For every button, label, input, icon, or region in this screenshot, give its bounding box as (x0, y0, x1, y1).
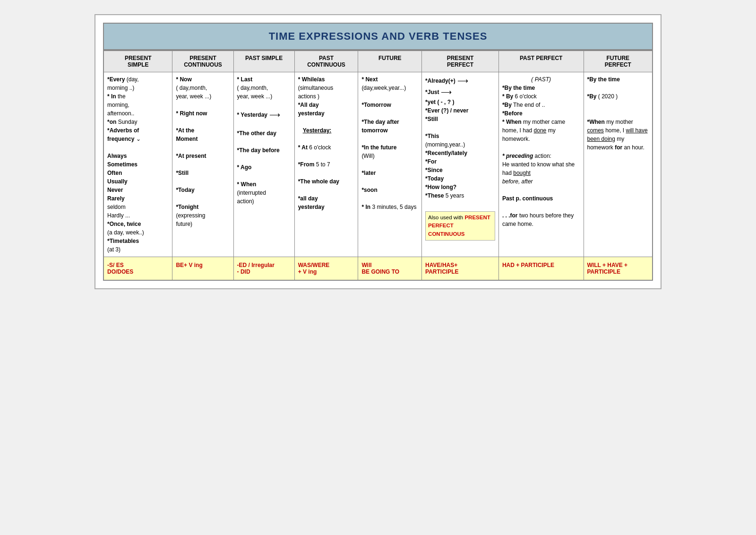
pastperf-p-continuous: Past p. continuous (502, 194, 580, 203)
ps-every: *Every (107, 76, 125, 83)
pp-also-used-box: Also used with PRESENTPERFECTCONTINUOUS (425, 211, 495, 241)
cell-present-simple: *Every (day,morning ..) * In themorning,… (103, 72, 172, 257)
pp-ever: *Ever (?) / never (425, 106, 495, 115)
th-future: FUTURE (358, 51, 422, 72)
ps-timetables: *Timetables(at 3) (107, 237, 169, 254)
pp-just: *Just (425, 88, 439, 96)
cell-future-perfect: *By the time *By ( 2020 ) *When my mothe… (584, 72, 653, 257)
f-later: *later (361, 169, 418, 177)
th-past-simple: PAST SIMPLE (233, 51, 294, 72)
footer-f: WillBE GOING TO (358, 257, 422, 281)
cell-past-simple: * Last( day,month,year, week ...) * Yest… (233, 72, 294, 257)
fp-by-time: *By the time (587, 76, 620, 83)
footer-ps: -S/ ESDO/DOES (103, 257, 172, 281)
pc-today: *Today (176, 186, 230, 194)
psi-ago: * Ago (237, 163, 291, 172)
th-past-perfect: PAST PERFECT (498, 51, 584, 72)
ps-adverbs: *Adverbs offrequency (107, 127, 139, 142)
ps-often: Often (107, 169, 169, 177)
pastperf-past-label: ( PAST) (502, 75, 580, 84)
th-past-continuous: PASTCONTINUOUS (294, 51, 358, 72)
cell-future: * Next(day,week,year...) *Tomorrow *The … (358, 72, 422, 257)
pp-recently: *Recently/lately (425, 149, 495, 157)
f-in-future: *In the future(Will) (361, 143, 418, 160)
psi-yesterday: * Yesterday (237, 111, 268, 119)
pp-how-long: *How long? (425, 183, 495, 191)
pco-yesterday-label: Yesterday: (298, 126, 355, 135)
header-row: PRESENTSIMPLE PRESENTCONTINUOUS PAST SIM… (103, 51, 653, 72)
pco-allday2: *all dayyesterday (298, 194, 355, 211)
pc-at-present: *At present (176, 152, 230, 160)
content-row: *Every (day,morning ..) * In themorning,… (103, 72, 653, 257)
pastperf-before: *Before (502, 109, 580, 118)
arrow-just: ⟶ (441, 86, 452, 98)
footer-pco: WAS/WERE+ V ing (294, 257, 358, 281)
pc-at-moment: *At theMoment (176, 127, 198, 142)
main-table: PRESENTSIMPLE PRESENTCONTINUOUS PAST SIM… (103, 50, 653, 281)
cell-past-continuous: * While/as(simultaneousactions ) *All da… (294, 72, 358, 257)
cell-present-perfect: *Already(+) ⟶ *Just ⟶ *yet ( - , ? ) *Ev… (422, 72, 499, 257)
ps-sometimes: Sometimes (107, 160, 169, 169)
ps-seldom: seldom (107, 203, 169, 211)
pco-whole-day: *The whole day (298, 177, 355, 186)
ps-hardly: Hardly ... (107, 211, 169, 220)
fp-when: *When (587, 119, 605, 125)
psi-last: * Last (237, 76, 253, 83)
pp-still: *Still (425, 115, 495, 123)
ps-once: *Once, twice(a day, week..) (107, 220, 169, 237)
pc-now: * Now (176, 76, 191, 83)
pastperf-when: * When my mother came home, I had done m… (502, 118, 580, 143)
pp-yet: *yet ( - , ? ) (425, 98, 495, 106)
footer-row: -S/ ESDO/DOES BE+ V ing -ED / Irregular-… (103, 257, 653, 281)
pc-right-now: * Right now (176, 110, 207, 117)
cell-past-perfect: ( PAST) *By the time * By 6 o'clock *By … (498, 72, 584, 257)
pc-still: *Still (176, 169, 230, 177)
footer-pastperf: HAD + PARTICIPLE (498, 257, 584, 281)
f-day-after: *The day aftertomorrow (361, 118, 418, 135)
pp-this: *This(morning,year..) (425, 132, 495, 149)
page-title: TIME EXPRESSIONS AND VERB TENSES (109, 30, 647, 43)
f-next: * Next (361, 76, 378, 83)
pp-also-text: Also used with (428, 215, 464, 220)
pastperf-preceding: * preceding (502, 153, 533, 159)
th-present-perfect: PRESENTPERFECT (422, 51, 499, 72)
footer-fp: WILL + HAVE +PARTICIPLE (584, 257, 653, 281)
f-soon: *soon (361, 186, 418, 194)
ps-in: * In (107, 93, 116, 100)
pastperf-by6: * By 6 o'clock (502, 92, 580, 101)
psi-other-day: *The other day (237, 129, 291, 138)
pastperf-by-end: *By The end of .. (502, 101, 580, 109)
title-bar: TIME EXPRESSIONS AND VERB TENSES (103, 23, 653, 50)
f-tomorrow: *Tomorrow (361, 101, 418, 109)
pco-at6: * At 6 o'clock (298, 143, 355, 152)
cell-present-continuous: * Now( day,month,year, week ...) * Right… (172, 72, 233, 257)
pp-already: *Already(+) (425, 77, 455, 85)
pp-these-5: *These 5 years (425, 191, 495, 200)
pp-today: *Today (425, 174, 495, 183)
ps-never: Never (107, 186, 169, 194)
ps-usually: Usually (107, 177, 169, 186)
th-future-perfect: FUTUREPERFECT (584, 51, 653, 72)
page-wrapper: TIME EXPRESSIONS AND VERB TENSES PRESENT… (94, 14, 662, 289)
footer-pc: BE+ V ing (172, 257, 233, 281)
pco-allday: *All dayyesterday (298, 101, 355, 118)
footer-psi: -ED / Irregular- DID (233, 257, 294, 281)
psi-when: * When(interruptedaction) (237, 180, 291, 206)
f-in3min: * In 3 minutes, 5 days (361, 203, 418, 211)
pastperf-for-two: . . .for two hours before they came home… (502, 211, 580, 228)
psi-day-before: *The day before (237, 146, 291, 155)
pco-from5: *From 5 to 7 (298, 160, 355, 169)
pp-for: *For (425, 157, 495, 166)
th-present-continuous: PRESENTCONTINUOUS (172, 51, 233, 72)
pastperf-by-time: *By the time (502, 85, 535, 91)
ps-always: Always (107, 152, 169, 160)
arrow-already: ⟶ (457, 75, 468, 86)
pc-tonight: *Tonight(expressingfuture) (176, 203, 230, 228)
fp-by2020: *By ( 2020 ) (587, 92, 649, 101)
ps-on-sunday: *on (107, 119, 116, 125)
ps-rarely: Rarely (107, 194, 169, 203)
arrow-yesterday: ⟶ (269, 109, 280, 121)
pp-since: *Since (425, 166, 495, 174)
footer-pp: HAVE/HAS+PARTICIPLE (422, 257, 499, 281)
pco-while: * While/as (298, 76, 325, 83)
